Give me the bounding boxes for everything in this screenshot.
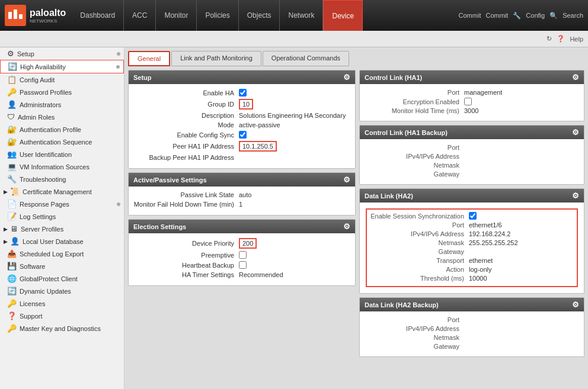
setup-dot (117, 52, 120, 56)
sidebar-item-auth-profile[interactable]: 🔐 Authentication Profile (0, 123, 124, 136)
sidebar-item-server-profiles[interactable]: ▶ 🖥 Server Profiles (0, 223, 124, 235)
nav-tab-dashboard[interactable]: Dashboard (72, 0, 124, 31)
config-label[interactable]: Config (526, 12, 545, 19)
sidebar-item-config-audit[interactable]: 📋 Config Audit (0, 73, 124, 86)
sidebar-item-master-key[interactable]: 🔑 Master Key and Diagnostics (0, 322, 124, 335)
sidebar-item-high-availability[interactable]: 🔄 High Availability (0, 60, 124, 73)
election-panel-title: Election Settings (133, 223, 186, 230)
sidebar-item-scheduled-log[interactable]: 📤 Scheduled Log Export (0, 247, 124, 260)
ha1-monitor-value: 3000 (464, 107, 478, 114)
ha1b-ipv4-row: IPv4/IPv6 Address (365, 153, 579, 160)
commit-button[interactable]: Commit (459, 12, 481, 19)
election-panel-body: Device Priority 200 Preemptive Heartbeat… (129, 233, 355, 285)
ha2-action-label: Action (369, 266, 464, 273)
ha1-gear-icon[interactable]: ⚙ (572, 73, 579, 82)
sidebar-item-vm-sources[interactable]: 💻 VM Information Sources (0, 160, 124, 173)
nav-tabs: Dashboard ACC Monitor Policies Objects N… (72, 0, 458, 31)
sidebar-label-ha: High Availability (20, 63, 66, 70)
passive-link-label: Passive Link State (133, 191, 234, 198)
svg-rect-0 (8, 12, 12, 19)
commit-label[interactable]: Commit (485, 12, 508, 19)
auth-seq-icon: 🔐 (7, 137, 17, 146)
sidebar-item-globalprotect[interactable]: 🌐 GlobalProtect Client (0, 272, 124, 285)
ha-timer-label: HA Timer Settings (133, 271, 234, 278)
sidebar: ⚙ Setup 🔄 High Availability 📋 Config Aud… (0, 47, 124, 389)
monitor-fail-row: Monitor Fail Hold Down Time (min) 1 (133, 201, 350, 208)
ha2-gear-icon[interactable]: ⚙ (572, 191, 579, 200)
setup-panel: Setup ⚙ Enable HA Group ID 10 (128, 70, 356, 169)
ap-gear-icon[interactable]: ⚙ (343, 175, 350, 184)
ha1b-gateway-label: Gateway (365, 171, 459, 178)
support-icon: ❓ (7, 311, 17, 320)
enable-ha-checkbox[interactable] (239, 89, 247, 97)
ha2-threshold-row: Threshold (ms) 10000 (369, 275, 574, 282)
ha1b-gateway-row: Gateway (365, 171, 579, 178)
nav-tab-acc[interactable]: ACC (124, 0, 156, 31)
ha1b-port-row: Port (365, 144, 579, 151)
sidebar-item-log-settings[interactable]: 📝 Log Settings (0, 210, 124, 223)
sidebar-item-support[interactable]: ❓ Support (0, 310, 124, 322)
help-button[interactable]: Help (570, 36, 583, 43)
sidebar-item-response-pages[interactable]: 📄 Response Pages (0, 198, 124, 210)
tab-general[interactable]: General (128, 51, 170, 66)
config-sync-label: Enable Config Sync (133, 131, 234, 139)
sidebar-item-local-user-db[interactable]: ▶ 👤 Local User Database (0, 235, 124, 247)
ha2-session-label: Enable Session Synchronization (369, 213, 464, 220)
nav-tab-device[interactable]: Device (323, 0, 363, 31)
ha2-transport-row: Transport ethernet (369, 257, 574, 264)
ha1-backup-gear-icon[interactable]: ⚙ (572, 128, 579, 137)
ha1-encrypt-checkbox[interactable] (464, 98, 472, 105)
ha2b-port-label: Port (365, 316, 459, 323)
nav-tab-objects[interactable]: Objects (239, 0, 280, 31)
sidebar-item-licenses[interactable]: 🔑 Licenses (0, 297, 124, 310)
peer-ha1-row: Peer HA1 IP Address 10.1.250.5 (133, 141, 350, 152)
heartbeat-row: Heartbeat Backup (133, 261, 350, 269)
nav-tab-policies[interactable]: Policies (197, 0, 238, 31)
ap-panel-body: Passive Link State auto Monitor Fail Hol… (129, 187, 355, 215)
left-column: Setup ⚙ Enable HA Group ID 10 (128, 70, 356, 385)
tab-link-path[interactable]: Link and Path Monitoring (171, 51, 261, 66)
sidebar-label-setup: Setup (17, 50, 34, 57)
group-id-label: Group ID (133, 101, 234, 108)
ha2-netmask-row: Netmask 255.255.255.252 (369, 239, 574, 246)
sidebar-item-auth-sequence[interactable]: 🔐 Authentication Sequence (0, 136, 124, 148)
setup-gear-icon[interactable]: ⚙ (343, 73, 350, 82)
sidebar-item-troubleshoot[interactable]: 🔧 Troubleshooting (0, 173, 124, 185)
password-icon: 🔑 (7, 88, 17, 97)
nav-tab-network[interactable]: Network (280, 0, 323, 31)
tab-operational[interactable]: Operational Commands (263, 51, 349, 66)
ha2-ipv4-label: IPv4/IPv6 Address (369, 230, 464, 237)
ha2-gateway-label: Gateway (369, 248, 464, 255)
ha2-backup-gear-icon[interactable]: ⚙ (572, 300, 579, 309)
licenses-icon: 🔑 (7, 299, 17, 308)
config-audit-icon: 📋 (7, 75, 17, 84)
sidebar-item-user-id[interactable]: 👥 User Identification (0, 148, 124, 160)
refresh-button[interactable]: ↻ (547, 35, 552, 43)
search-label[interactable]: Search (563, 12, 583, 19)
heartbeat-checkbox[interactable] (239, 261, 247, 269)
vm-icon: 💻 (7, 162, 17, 171)
sidebar-item-cert-mgmt[interactable]: ▶ 📜 Certificate Management (0, 185, 124, 198)
sidebar-item-password-profiles[interactable]: 🔑 Password Profiles (0, 86, 124, 98)
mode-label: Mode (133, 121, 234, 128)
sidebar-item-setup[interactable]: ⚙ Setup (0, 47, 124, 60)
config-icon: 🔧 (513, 12, 521, 20)
sidebar-item-software[interactable]: 💾 Software (0, 260, 124, 272)
ha1-monitor-row: Monitor Hold Time (ms) 3000 (365, 107, 579, 114)
ha2-backup-body: Port IPv4/IPv6 Address Netmask Gate (360, 311, 584, 356)
sidebar-item-dynamic-updates[interactable]: 🔄 Dynamic Updates (0, 285, 124, 297)
ha2-gateway-row: Gateway (369, 248, 574, 255)
sidebar-item-administrators[interactable]: 👤 Administrators (0, 98, 124, 111)
ha2-session-checkbox[interactable] (469, 212, 477, 220)
config-sync-checkbox[interactable] (239, 131, 247, 139)
sidebar-item-admin-roles[interactable]: 🛡 Admin Roles (0, 111, 124, 123)
sidebar-label-password: Password Profiles (20, 89, 72, 96)
sidebar-label-admin: Administrators (20, 101, 61, 108)
mode-row: Mode active-passive (133, 121, 350, 128)
preemptive-checkbox[interactable] (239, 251, 247, 259)
ha1-header: Control Link (HA1) ⚙ (360, 70, 584, 84)
nav-tab-monitor[interactable]: Monitor (156, 0, 197, 31)
data-link-ha2-backup-panel: Data Link (HA2 Backup) ⚙ Port IPv4/IPv6 … (359, 297, 584, 357)
panels-row: Setup ⚙ Enable HA Group ID 10 (128, 70, 584, 385)
election-gear-icon[interactable]: ⚙ (343, 222, 350, 231)
